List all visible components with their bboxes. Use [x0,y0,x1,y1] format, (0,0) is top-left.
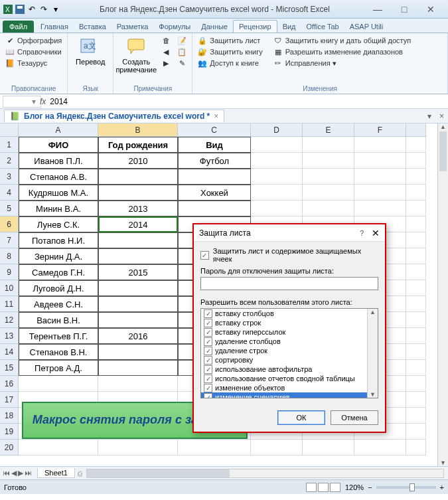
cell[interactable]: Васин В.Н. [19,312,98,328]
cell[interactable] [98,280,178,296]
cell[interactable] [98,440,178,456]
zoom-level[interactable]: 120% [345,483,364,491]
cell[interactable]: ФИО [19,137,98,153]
cell[interactable]: 2013 [98,201,178,216]
cell[interactable] [406,137,426,153]
column-header[interactable]: F [354,124,406,137]
new-sheet-icon[interactable]: ⎙ [78,469,82,477]
cell[interactable] [406,440,426,456]
cell[interactable]: Самедов Г.Н. [19,264,98,280]
cell[interactable]: Хоккей [178,185,251,201]
cell[interactable] [406,153,426,169]
minimize-button[interactable]: — [368,4,387,15]
row-header[interactable]: 8 [0,248,19,264]
cell[interactable]: Футбол [178,153,251,169]
cell[interactable] [251,169,303,185]
row-header[interactable]: 1 [0,137,19,153]
row-header[interactable]: 19 [0,424,19,440]
share-workbook-button[interactable]: 👥Доступ к книге [196,58,264,68]
column-header[interactable]: B [98,124,178,137]
show-ink-button[interactable]: ✎ [176,58,188,68]
row-header[interactable]: 14 [0,344,19,360]
cancel-button[interactable]: Отмена [331,410,378,425]
tabs-close-icon[interactable]: × [439,112,444,121]
cell[interactable] [406,328,426,344]
cell[interactable] [406,392,426,408]
permission-item[interactable]: ✓вставку гиперссылок [201,327,378,337]
zoom-slider[interactable] [376,486,436,489]
protect-contents-checkbox[interactable]: ✓ Защитить лист и содержимое защищаемых … [200,247,378,263]
sheet-tab[interactable]: Sheet1 [37,468,75,478]
cell[interactable]: 2015 [98,264,178,280]
row-header[interactable]: 9 [0,264,19,280]
cell[interactable] [354,137,406,153]
show-all-button[interactable]: 📋 [176,46,188,57]
close-button[interactable]: ✕ [421,4,440,15]
cell[interactable] [98,248,178,264]
permission-item[interactable]: ✓удаление строк [201,346,378,355]
cell[interactable] [406,264,426,280]
research-button[interactable]: 📖Справочники [4,46,63,57]
close-icon[interactable]: ✕ [372,228,380,238]
help-icon[interactable]: ? [360,229,364,237]
fx-icon[interactable]: fx [40,97,46,106]
tab-officetab[interactable]: Office Tab [301,21,344,33]
permissions-list[interactable]: ✓вставку столбцов✓вставку строк✓вставку … [200,308,378,398]
new-comment-button[interactable]: Создать примечание [117,35,155,84]
cell[interactable] [406,216,426,232]
cell[interactable] [98,232,178,248]
cell[interactable] [251,153,303,169]
vertical-scrollbar[interactable]: ▲ ▼ [437,124,448,466]
cell[interactable] [406,232,426,248]
normal-view-icon[interactable] [306,483,317,492]
tab-formulas[interactable]: Формулы [153,21,196,33]
cell[interactable] [406,312,426,328]
row-header[interactable]: 7 [0,232,19,248]
cell[interactable] [354,185,406,201]
cell[interactable] [251,201,303,216]
cell[interactable]: Потапов Н.И. [19,232,98,248]
row-header[interactable]: 6 [0,216,19,232]
namebox-dropdown-icon[interactable]: ▾ [32,97,36,106]
cell[interactable]: Год рождения [98,137,178,153]
ok-button[interactable]: ОК [277,410,325,425]
row-header[interactable]: 10 [0,280,19,296]
cell[interactable] [98,185,178,201]
cell[interactable] [98,312,178,328]
cell[interactable] [98,344,178,360]
row-header[interactable]: 17 [0,392,19,408]
cell[interactable] [406,169,426,185]
permission-item[interactable]: ✓удаление столбцов [201,337,378,346]
cell[interactable]: 2016 [98,328,178,344]
cell[interactable] [19,440,98,456]
cell[interactable] [19,376,98,392]
tab-home[interactable]: Главная [35,21,74,33]
cell[interactable] [303,201,354,216]
show-comment-button[interactable]: 📝 [176,35,188,46]
last-sheet-icon[interactable]: ⏭ [25,469,32,477]
cell[interactable]: Минин В.А. [19,201,98,216]
redo-icon[interactable]: ↷ [38,4,49,15]
formula-value[interactable]: 2014 [50,97,445,106]
tab-review[interactable]: Рецензир [233,20,277,33]
column-header[interactable]: D [251,124,303,137]
select-all-corner[interactable] [0,124,19,137]
cell[interactable] [354,169,406,185]
cell[interactable] [303,185,354,201]
row-header[interactable]: 2 [0,153,19,169]
cell[interactable] [406,280,426,296]
cell[interactable] [354,201,406,216]
cell[interactable]: Вид [178,137,251,153]
protect-share-button[interactable]: 🛡Защитить книгу и дать общий доступ [272,35,412,46]
row-header[interactable]: 15 [0,360,19,376]
cell[interactable] [98,360,178,376]
undo-icon[interactable]: ↶ [27,4,37,15]
file-tab[interactable]: Файл [3,21,34,33]
track-changes-button[interactable]: ✏Исправления ▾ [272,58,412,68]
cell[interactable] [406,424,426,440]
cell[interactable]: Зернин Д.А. [19,248,98,264]
permission-item[interactable]: ✓вставку строк [201,318,378,327]
password-input[interactable] [200,277,378,290]
cell[interactable]: Терентьев П.Г. [19,328,98,344]
cell[interactable] [303,440,354,456]
